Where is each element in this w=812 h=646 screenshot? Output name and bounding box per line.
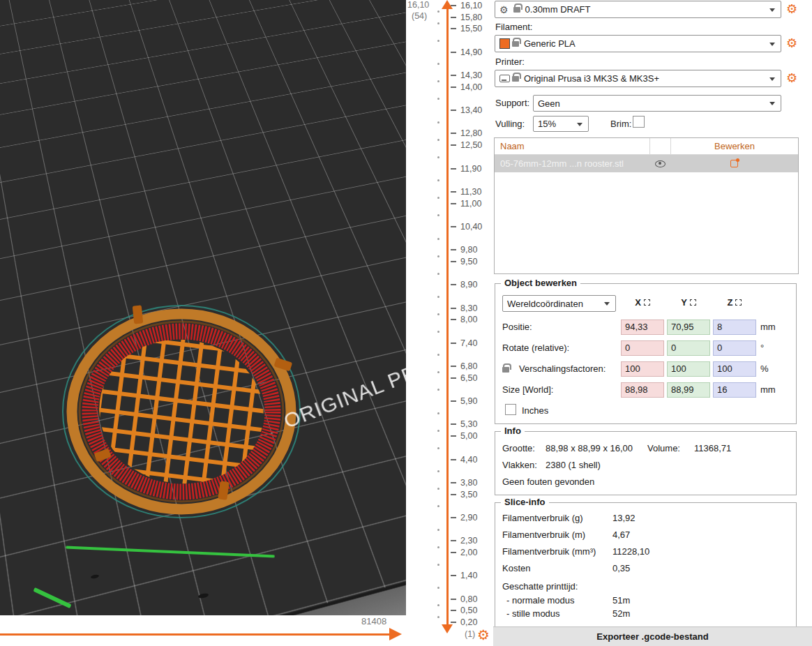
position-x-input[interactable]: 94,33 <box>621 320 664 335</box>
tick-mark <box>451 144 456 146</box>
tick-mark <box>451 226 456 227</box>
infill-value: 15% <box>538 119 556 129</box>
layer-slider-bottom-count: (1) <box>465 629 475 639</box>
rotation-x-input[interactable]: 0 <box>621 340 664 356</box>
layer-height-label: 8,30 <box>460 303 477 313</box>
volume-label: Volume: <box>647 443 680 453</box>
horizontal-move-slider[interactable] <box>0 633 391 636</box>
edit-object-icon[interactable] <box>730 160 738 167</box>
tick-mark <box>451 249 456 250</box>
position-label: Positie: <box>502 319 532 336</box>
layer-height-label: 3,80 <box>460 478 477 488</box>
horizontal-slider-arrow-icon[interactable] <box>389 628 402 640</box>
tick-mark <box>451 308 456 309</box>
size-row: Size [World]:88,9888,9916mm <box>495 382 796 398</box>
3d-viewport[interactable]: ORIGINAL PRUSA <box>0 0 406 615</box>
tick-mark <box>451 17 456 18</box>
printer-label: Printer: <box>495 57 525 67</box>
export-gcode-button[interactable]: Exporteer .gcode-bestand <box>493 626 812 646</box>
inches-checkbox[interactable] <box>505 404 516 415</box>
filament-settings-gear-button[interactable]: ⚙ <box>786 37 797 50</box>
minor-tick <box>437 313 439 315</box>
object-list-header: Naam Bewerken <box>495 138 798 155</box>
layer-height-label: 7,40 <box>460 338 477 348</box>
position-z-input[interactable]: 8 <box>713 320 756 335</box>
minor-tick <box>437 604 439 606</box>
layer-tick: 6,80 <box>451 361 477 372</box>
axis-frame-icon[interactable] <box>735 299 742 306</box>
layer-tick: 2,30 <box>451 535 477 546</box>
layer-tick: 5,00 <box>451 430 477 442</box>
position-y-input[interactable]: 70,95 <box>667 320 710 335</box>
slice-info-legend: Slice-info <box>501 497 549 507</box>
minor-tick <box>437 354 439 356</box>
support-select[interactable]: Geen <box>533 95 781 112</box>
info-legend: Info <box>501 426 525 436</box>
tick-mark <box>451 366 456 367</box>
filament-value: Generic PLA <box>524 38 576 49</box>
uniform-scale-lock-icon[interactable] <box>502 367 509 373</box>
sliced-object-preview[interactable] <box>61 301 307 525</box>
axis-letter: X <box>635 297 641 308</box>
tick-mark <box>451 423 456 425</box>
minor-tick <box>437 430 439 432</box>
size-z-input[interactable]: 16 <box>713 382 756 398</box>
printer-value: Original Prusa i3 MK3S & MK3S+ <box>524 73 659 84</box>
minor-tick <box>437 331 439 333</box>
minor-tick <box>437 389 439 391</box>
object-list-row[interactable]: 05-76mm-12mm ...n rooster.stl <box>495 155 798 172</box>
layer-slider-track[interactable] <box>446 8 449 625</box>
scale-y-input[interactable]: 100 <box>667 361 710 377</box>
axis-frame-icon[interactable] <box>690 299 696 306</box>
minor-tick <box>437 63 439 65</box>
size-x-input[interactable]: 88,98 <box>621 382 664 398</box>
coordinate-system-select[interactable]: Wereldcoördinaten <box>502 295 616 312</box>
layer-height-label: 2,00 <box>460 548 477 557</box>
printer-settings-gear-button[interactable]: ⚙ <box>786 72 797 84</box>
printer-select[interactable]: Original Prusa i3 MK3S & MK3S+ <box>495 70 781 87</box>
filament-select[interactable]: Generic PLA <box>495 35 781 52</box>
layer-tick: 14,30 <box>451 70 482 81</box>
tick-mark <box>451 52 456 53</box>
tick-mark <box>451 261 456 262</box>
infill-select[interactable]: 15% <box>533 116 589 132</box>
infill-label: Vulling: <box>495 119 525 129</box>
layer-height-label: 8,00 <box>460 315 477 324</box>
support-value: Geen <box>538 98 560 109</box>
layer-height-label: 15,50 <box>460 24 482 33</box>
layer-tick: 8,90 <box>451 279 477 290</box>
minor-tick <box>437 121 439 123</box>
tick-mark <box>451 599 456 600</box>
lock-icon <box>512 76 519 82</box>
minor-tick <box>437 98 439 100</box>
scale-z-input[interactable]: 100 <box>713 361 756 377</box>
layer-slider-settings-gear-icon[interactable]: ⚙ <box>477 626 490 643</box>
tick-mark <box>451 517 456 518</box>
axis-frame-icon[interactable] <box>644 299 650 306</box>
minor-tick <box>437 22 439 24</box>
print-settings-gear-button[interactable]: ⚙ <box>786 3 797 15</box>
brim-checkbox[interactable] <box>633 116 645 128</box>
layer-height-label: 5,90 <box>460 396 477 406</box>
unit-label: mm <box>760 319 776 336</box>
tick-mark <box>451 319 456 320</box>
axis-header-z: Z <box>713 297 756 308</box>
eye-icon[interactable] <box>655 160 666 167</box>
filament-label: Filament: <box>495 22 532 32</box>
rotation-label: Rotate (relative): <box>502 340 569 356</box>
slice-info-label: Filamentverbruik (m) <box>502 529 585 540</box>
column-header-visibility <box>649 138 670 154</box>
rotation-y-input[interactable]: 0 <box>667 340 710 356</box>
rotation-z-input[interactable]: 0 <box>713 340 756 356</box>
minor-tick <box>437 10 439 13</box>
layer-height-label: 12,80 <box>460 128 482 138</box>
tick-mark <box>451 494 456 495</box>
scale-x-input[interactable]: 100 <box>621 361 664 377</box>
lock-icon <box>513 7 520 13</box>
layer-height-label: 11,30 <box>460 187 481 197</box>
layer-tick: 0,20 <box>451 617 477 628</box>
layer-height-label: 15,80 <box>460 13 482 22</box>
minor-tick <box>437 197 439 199</box>
size-y-input[interactable]: 88,99 <box>667 382 710 398</box>
print-profile-select[interactable]: ⚙ 0.30mm DRAFT <box>495 1 781 18</box>
